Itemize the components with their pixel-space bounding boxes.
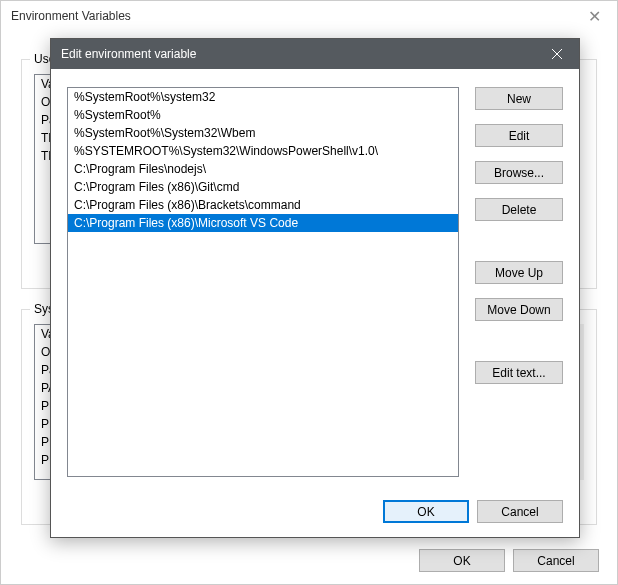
child-titlebar: Edit environment variable (51, 39, 579, 69)
child-cancel-button[interactable]: Cancel (477, 500, 563, 523)
delete-button[interactable]: Delete (475, 198, 563, 221)
path-item[interactable]: C:\Program Files (x86)\Git\cmd (68, 178, 458, 196)
parent-title: Environment Variables (11, 9, 131, 23)
path-listbox[interactable]: %SystemRoot%\system32 %SystemRoot% %Syst… (67, 87, 459, 477)
parent-close-button[interactable]: ✕ (572, 1, 617, 31)
path-item[interactable]: %SystemRoot%\System32\Wbem (68, 124, 458, 142)
side-button-column: New Edit Browse... Delete Move Up Move D… (475, 87, 563, 384)
child-ok-button[interactable]: OK (383, 500, 469, 523)
parent-ok-button[interactable]: OK (419, 549, 505, 572)
new-button[interactable]: New (475, 87, 563, 110)
parent-button-row: OK Cancel (419, 549, 599, 572)
path-item[interactable]: %SystemRoot% (68, 106, 458, 124)
move-down-button[interactable]: Move Down (475, 298, 563, 321)
path-item-selected[interactable]: C:\Program Files (x86)\Microsoft VS Code (68, 214, 458, 232)
child-button-row: OK Cancel (383, 500, 563, 523)
edit-button[interactable]: Edit (475, 124, 563, 147)
close-icon: ✕ (588, 7, 601, 26)
child-body: %SystemRoot%\system32 %SystemRoot% %Syst… (51, 69, 579, 537)
parent-titlebar: Environment Variables ✕ (1, 1, 617, 31)
child-title: Edit environment variable (61, 47, 196, 61)
close-icon (552, 49, 562, 59)
parent-cancel-button[interactable]: Cancel (513, 549, 599, 572)
path-item[interactable]: C:\Program Files\nodejs\ (68, 160, 458, 178)
browse-button[interactable]: Browse... (475, 161, 563, 184)
path-item[interactable]: %SYSTEMROOT%\System32\WindowsPowerShell\… (68, 142, 458, 160)
path-item[interactable]: C:\Program Files (x86)\Brackets\command (68, 196, 458, 214)
edit-text-button[interactable]: Edit text... (475, 361, 563, 384)
child-close-button[interactable] (534, 39, 579, 69)
edit-env-var-dialog: Edit environment variable %SystemRoot%\s… (50, 38, 580, 538)
path-item[interactable]: %SystemRoot%\system32 (68, 88, 458, 106)
move-up-button[interactable]: Move Up (475, 261, 563, 284)
